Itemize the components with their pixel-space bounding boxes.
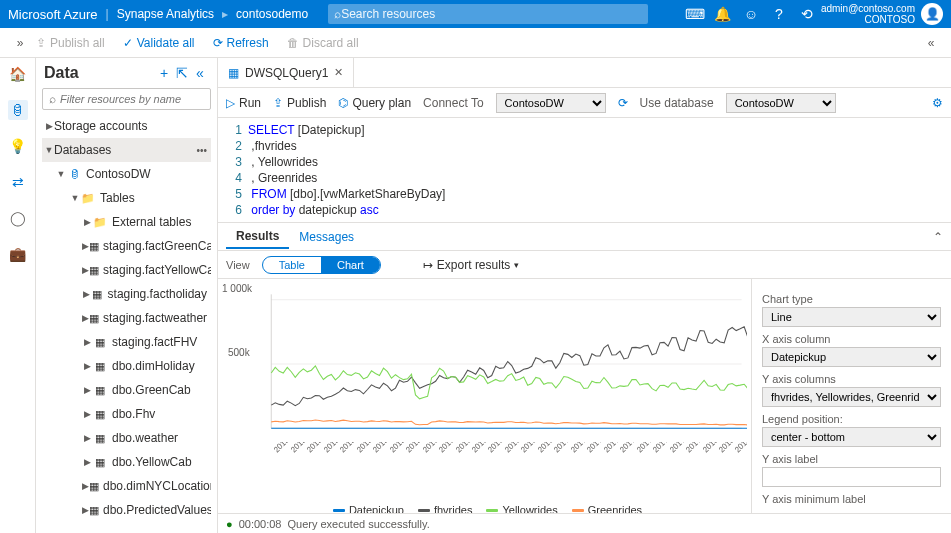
avatar[interactable]: 👤: [921, 3, 943, 25]
tab-messages[interactable]: Messages: [289, 226, 364, 248]
refresh-icon: ⟳: [213, 36, 223, 50]
chart-type-select[interactable]: Line: [762, 307, 941, 327]
y-axis-label-input[interactable]: [762, 467, 941, 487]
query-toolbar: ▷Run ⇪Publish ⌬Query plan Connect To Con…: [218, 88, 951, 118]
run-button[interactable]: ▷Run: [226, 96, 261, 110]
search-input[interactable]: [341, 7, 642, 21]
y-min-label: Y axis minimum label: [762, 493, 941, 505]
view-toggle: Table Chart: [262, 256, 381, 274]
sql-editor[interactable]: 123456 SELECT [Datepickup] ,fhvrides , Y…: [218, 118, 951, 223]
home-icon[interactable]: 🏠: [8, 64, 28, 84]
filter-icon: ⌕: [49, 92, 56, 106]
export-results-button[interactable]: ↦Export results▾: [423, 258, 519, 272]
status-time: 00:00:08: [239, 518, 282, 530]
publish-button[interactable]: ⇪Publish: [273, 96, 326, 110]
table-row[interactable]: ▶▦dbo.dimNYCLocations: [42, 474, 211, 498]
data-icon[interactable]: 🛢: [8, 100, 28, 120]
filter-input[interactable]: [60, 93, 204, 105]
table-row[interactable]: ▶▦staging.factGreenCab: [42, 234, 211, 258]
check-icon: ✓: [123, 36, 133, 50]
discard-all-button[interactable]: 🗑Discard all: [287, 36, 359, 50]
play-icon: ▷: [226, 96, 235, 110]
feedback-icon[interactable]: ☺: [737, 6, 765, 22]
manage-icon[interactable]: 💼: [8, 244, 28, 264]
filter-resources[interactable]: ⌕: [42, 88, 211, 110]
notifications-icon[interactable]: 🔔: [709, 6, 737, 22]
more-icon[interactable]: •••: [196, 145, 207, 156]
y-tick: 500k: [228, 347, 250, 358]
table-row[interactable]: ▶▦dbo.PredictedValues: [42, 498, 211, 522]
folder-icon: 📁: [80, 192, 96, 205]
table-row[interactable]: ▶▦dbo.YellowCab: [42, 450, 211, 474]
collapse-panel-icon[interactable]: «: [191, 65, 209, 81]
x-axis: 2015-01-012015-02-13 00:00:00.0000002015…: [228, 442, 747, 502]
table-row[interactable]: ▶▦dbo.weather: [42, 426, 211, 450]
view-chart-button[interactable]: Chart: [321, 257, 380, 273]
trash-icon: 🗑: [287, 36, 299, 50]
table-icon: ▦: [92, 360, 108, 373]
chart-options: Chart type Line X axis column Datepickup…: [751, 279, 951, 513]
collapse-results-icon[interactable]: ⌃: [933, 230, 943, 244]
validate-all-button[interactable]: ✓Validate all: [123, 36, 195, 50]
table-icon: ▦: [92, 408, 108, 421]
collapse-nav-icon[interactable]: »: [10, 36, 30, 50]
status-message: Query executed successfully.: [287, 518, 429, 530]
monitor-icon[interactable]: ◯: [8, 208, 28, 228]
use-db-select[interactable]: ContosoDW: [726, 93, 836, 113]
legend-swatch: [333, 509, 345, 512]
tree-tables[interactable]: ▼📁Tables: [42, 186, 211, 210]
tab-strip: ▦ DWSQLQuery1 ✕: [218, 58, 951, 88]
y-columns-select[interactable]: fhvrides, Yellowrides, Greenrides: [762, 387, 941, 407]
collapse-right-icon[interactable]: «: [921, 36, 941, 50]
breadcrumb-workspace[interactable]: contosodemo: [236, 7, 308, 21]
table-icon: ▦: [89, 504, 99, 517]
data-panel: Data + ⇱ « ⌕ ▶Storage accounts ▼Database…: [36, 58, 218, 533]
chevron-down-icon: ▾: [514, 260, 519, 270]
code-area[interactable]: SELECT [Datepickup] ,fhvrides , Yellowri…: [248, 118, 951, 222]
add-button[interactable]: +: [155, 65, 173, 81]
settings-icon[interactable]: ⚙: [932, 96, 943, 110]
table-icon: ▦: [92, 432, 108, 445]
x-column-select[interactable]: Datepickup: [762, 347, 941, 367]
tab-sql-script[interactable]: ▦ DWSQLQuery1 ✕: [218, 58, 354, 87]
table-icon: ▦: [89, 264, 99, 277]
upload-icon: ⇪: [36, 36, 46, 50]
tab-label: DWSQLQuery1: [245, 66, 328, 80]
table-row[interactable]: ▶▦dbo.GreenCab: [42, 378, 211, 402]
global-search[interactable]: ⌕: [328, 4, 648, 24]
help-icon[interactable]: ?: [765, 6, 793, 22]
table-row[interactable]: ▶▦staging.factholiday: [42, 282, 211, 306]
table-row[interactable]: ▶▦staging.factYellowCab: [42, 258, 211, 282]
orchestrate-icon[interactable]: ⇄: [8, 172, 28, 192]
line-gutter: 123456: [218, 118, 248, 222]
tree-databases[interactable]: ▼Databases•••: [42, 138, 211, 162]
table-icon: ▦: [89, 312, 99, 325]
tab-results[interactable]: Results: [226, 225, 289, 249]
table-row[interactable]: ▶▦dbo.Fhv: [42, 402, 211, 426]
y-axis-label-label: Y axis label: [762, 453, 941, 465]
expand-icon[interactable]: ⇱: [173, 65, 191, 81]
develop-icon[interactable]: 💡: [8, 136, 28, 156]
legend-pos-select[interactable]: center - bottom: [762, 427, 941, 447]
connect-to-select[interactable]: ContosoDW: [496, 93, 606, 113]
refresh-button[interactable]: ⟳Refresh: [213, 36, 269, 50]
view-table-button[interactable]: Table: [263, 257, 321, 273]
breadcrumb-service[interactable]: Synapse Analytics: [117, 7, 214, 21]
refresh-connection-icon[interactable]: ⟳: [618, 96, 628, 110]
query-plan-button[interactable]: ⌬Query plan: [338, 96, 411, 110]
tree-storage-accounts[interactable]: ▶Storage accounts: [42, 114, 211, 138]
azure-header: Microsoft Azure | Synapse Analytics ▸ co…: [0, 0, 951, 28]
export-icon: ↦: [423, 258, 433, 272]
broadcast-icon[interactable]: ⟲: [793, 6, 821, 22]
account-info[interactable]: admin@contoso.com CONTOSO: [821, 3, 915, 25]
tree-db-contosodw[interactable]: ▼🛢ContosoDW: [42, 162, 211, 186]
tree-external-tables[interactable]: ▶📁External tables: [42, 210, 211, 234]
publish-all-button[interactable]: ⇪Publish all: [36, 36, 105, 50]
legend-swatch: [418, 509, 430, 512]
view-toolbar: View Table Chart ↦Export results▾: [218, 251, 951, 279]
cloud-shell-icon[interactable]: ⌨: [681, 6, 709, 22]
table-row[interactable]: ▶▦staging.factFHV: [42, 330, 211, 354]
table-row[interactable]: ▶▦staging.factweather: [42, 306, 211, 330]
close-icon[interactable]: ✕: [334, 66, 343, 79]
table-row[interactable]: ▶▦dbo.dimHoliday: [42, 354, 211, 378]
